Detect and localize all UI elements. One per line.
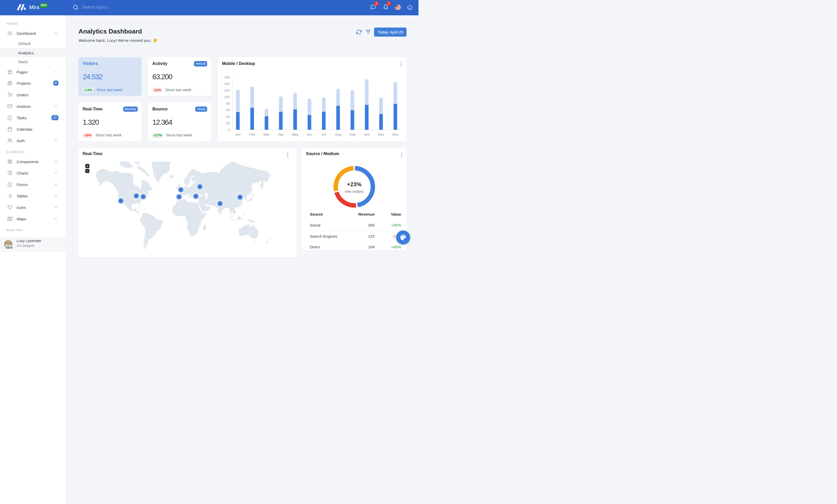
svg-text:Oct: Oct [364,132,369,136]
svg-text:Jul: Jul [322,132,326,136]
svg-text:Mar: Mar [264,132,270,136]
svg-text:80: 80 [226,101,230,106]
svg-text:Jan: Jan [235,132,241,136]
svg-text:100: 100 [224,95,230,99]
svg-text:40: 40 [226,115,230,118]
svg-text:20: 20 [226,121,230,125]
svg-text:Feb: Feb [249,132,255,136]
svg-text:Aug: Aug [335,132,341,136]
svg-text:60: 60 [226,108,230,112]
svg-text:Jun: Jun [307,132,313,136]
svg-text:160: 160 [224,75,230,79]
svg-text:Dec: Dec [392,132,398,136]
svg-text:120: 120 [224,88,230,92]
svg-text:May: May [292,132,299,136]
svg-text:Apr: Apr [278,132,284,136]
svg-text:0: 0 [228,128,230,132]
svg-text:Sep: Sep [349,132,356,136]
svg-text:Nov: Nov [378,132,384,136]
svg-text:140: 140 [224,82,230,86]
